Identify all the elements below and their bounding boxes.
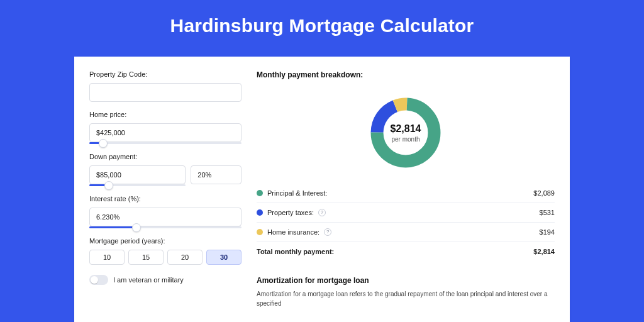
form-panel: Property Zip Code: Home price: Down paym… (74, 57, 253, 322)
legend-label: Principal & Interest: (267, 189, 327, 197)
interest-label: Interest rate (%): (89, 195, 242, 203)
legend: Principal & Interest:$2,089Property taxe… (257, 184, 555, 242)
legend-row: Property taxes:?$531 (257, 203, 555, 223)
legend-value: $194 (540, 228, 555, 236)
legend-dot-icon (257, 209, 263, 216)
legend-row-total: Total monthly payment: $2,814 (257, 242, 555, 261)
slider-thumb[interactable] (132, 223, 141, 232)
home-price-input[interactable] (89, 123, 242, 142)
zip-input[interactable] (89, 83, 242, 102)
slider-thumb[interactable] (99, 139, 108, 148)
home-price-group: Home price: (89, 111, 242, 144)
down-payment-label: Down payment: (89, 153, 242, 160)
interest-slider[interactable] (89, 226, 242, 228)
period-label: Mortgage period (years): (89, 237, 242, 245)
amortization-title: Amortization for mortgage loan (257, 276, 555, 285)
zip-label: Property Zip Code: (89, 70, 242, 78)
period-group: Mortgage period (years): 10152030 (89, 237, 242, 265)
down-payment-pct-input[interactable] (191, 165, 242, 184)
veteran-row: I am veteran or military (89, 275, 242, 285)
home-price-label: Home price: (89, 111, 242, 118)
donut-center-value: $2,814 (391, 123, 421, 135)
down-payment-group: Down payment: (89, 153, 242, 186)
calculator-card: Property Zip Code: Home price: Down paym… (74, 57, 570, 322)
info-icon[interactable]: ? (324, 228, 331, 236)
donut-center: $2,814 per month (368, 95, 443, 170)
legend-row: Principal & Interest:$2,089 (257, 184, 555, 203)
down-payment-slider[interactable] (89, 184, 186, 186)
home-price-slider[interactable] (89, 142, 242, 144)
total-value: $2,814 (533, 248, 555, 255)
legend-row: Home insurance:?$194 (257, 223, 555, 242)
period-button-15[interactable]: 15 (128, 250, 164, 265)
veteran-toggle[interactable] (89, 275, 108, 285)
zip-group: Property Zip Code: (89, 70, 242, 102)
period-buttons: 10152030 (89, 250, 242, 265)
period-button-10[interactable]: 10 (89, 250, 125, 265)
legend-dot-icon (257, 190, 263, 196)
legend-value: $2,089 (533, 189, 555, 197)
total-label: Total monthly payment: (257, 248, 334, 255)
breakdown-title: Monthly payment breakdown: (257, 70, 555, 79)
legend-value: $531 (540, 209, 555, 216)
amortization-text: Amortization for a mortgage loan refers … (257, 290, 555, 308)
donut-chart-wrap: $2,814 per month (257, 86, 555, 180)
toggle-knob (91, 276, 98, 284)
info-icon[interactable]: ? (318, 209, 326, 216)
legend-label: Property taxes: (267, 209, 314, 216)
period-button-30[interactable]: 30 (206, 250, 242, 265)
page-title: Hardinsburg Mortgage Calculator (0, 0, 644, 48)
legend-dot-icon (257, 229, 263, 235)
period-button-20[interactable]: 20 (167, 250, 203, 265)
donut-chart: $2,814 per month (368, 95, 443, 170)
veteran-label: I am veteran or military (113, 276, 184, 284)
down-payment-input[interactable] (89, 165, 186, 184)
donut-center-sub: per month (391, 136, 419, 143)
card-shadow: Property Zip Code: Home price: Down paym… (74, 57, 570, 322)
results-panel: Monthly payment breakdown: $2,814 per mo… (253, 57, 570, 322)
interest-group: Interest rate (%): (89, 195, 242, 228)
interest-input[interactable] (89, 208, 242, 226)
slider-thumb[interactable] (104, 181, 113, 190)
legend-label: Home insurance: (267, 228, 319, 236)
